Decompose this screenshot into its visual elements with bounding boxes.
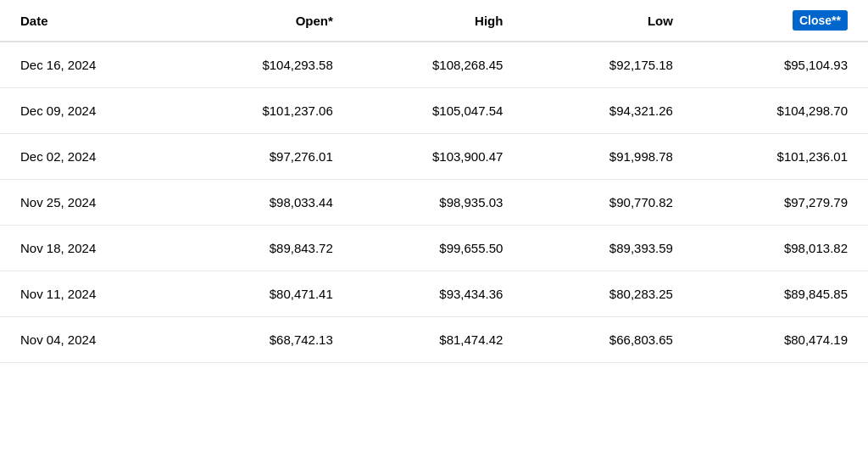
header-low: Low [537,0,707,42]
table-row: Nov 11, 2024$80,471.41$93,434.36$80,283.… [0,271,868,317]
cell-close: $101,236.01 [707,134,868,180]
cell-low: $92,175.18 [537,42,707,88]
cell-open: $80,471.41 [179,271,367,317]
cell-open: $101,237.06 [179,88,367,134]
cell-high: $108,268.45 [367,42,537,88]
cell-low: $89,393.59 [537,226,707,271]
header-open: Open* [179,0,367,42]
header-close: Close** [707,0,868,42]
cell-low: $91,998.78 [537,134,707,180]
table-body: Dec 16, 2024$104,293.58$108,268.45$92,17… [0,42,868,363]
price-table-container: Date Open* High Low Close** Dec 16, 2024… [0,0,868,363]
cell-high: $93,434.36 [367,271,537,317]
cell-open: $98,033.44 [179,180,367,226]
cell-open: $97,276.01 [179,134,367,180]
cell-low: $80,283.25 [537,271,707,317]
cell-high: $99,655.50 [367,226,537,271]
table-row: Dec 09, 2024$101,237.06$105,047.54$94,32… [0,88,868,134]
table-row: Dec 02, 2024$97,276.01$103,900.47$91,998… [0,134,868,180]
cell-date: Nov 04, 2024 [0,317,179,363]
price-table: Date Open* High Low Close** Dec 16, 2024… [0,0,868,363]
cell-open: $89,843.72 [179,226,367,271]
cell-high: $105,047.54 [367,88,537,134]
cell-close: $104,298.70 [707,88,868,134]
cell-date: Nov 18, 2024 [0,226,179,271]
cell-open: $104,293.58 [179,42,367,88]
cell-close: $97,279.79 [707,180,868,226]
cell-open: $68,742.13 [179,317,367,363]
cell-close: $98,013.82 [707,226,868,271]
header-date: Date [0,0,179,42]
cell-low: $94,321.26 [537,88,707,134]
table-row: Nov 25, 2024$98,033.44$98,935.03$90,770.… [0,180,868,226]
cell-date: Dec 16, 2024 [0,42,179,88]
cell-close: $95,104.93 [707,42,868,88]
cell-low: $90,770.82 [537,180,707,226]
cell-date: Nov 25, 2024 [0,180,179,226]
header-high: High [367,0,537,42]
table-row: Dec 16, 2024$104,293.58$108,268.45$92,17… [0,42,868,88]
cell-high: $103,900.47 [367,134,537,180]
cell-close: $89,845.85 [707,271,868,317]
cell-high: $98,935.03 [367,180,537,226]
table-row: Nov 18, 2024$89,843.72$99,655.50$89,393.… [0,226,868,271]
cell-date: Nov 11, 2024 [0,271,179,317]
cell-date: Dec 02, 2024 [0,134,179,180]
cell-close: $80,474.19 [707,317,868,363]
table-row: Nov 04, 2024$68,742.13$81,474.42$66,803.… [0,317,868,363]
table-header-row: Date Open* High Low Close** [0,0,868,42]
cell-low: $66,803.65 [537,317,707,363]
cell-high: $81,474.42 [367,317,537,363]
cell-date: Dec 09, 2024 [0,88,179,134]
